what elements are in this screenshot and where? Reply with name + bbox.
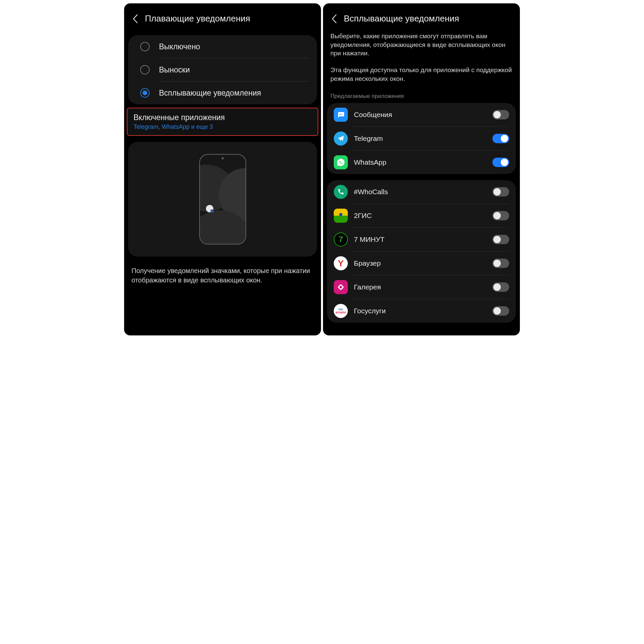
whatsapp-icon (334, 155, 348, 169)
svg-point-7 (338, 286, 340, 288)
suggested-apps-card: Сообщения Telegram WhatsApp (327, 103, 516, 174)
app-row-whocalls[interactable]: #WhoCalls (327, 180, 516, 204)
app-name-label: Госуслуги (354, 307, 486, 315)
app-row-browser[interactable]: Y Браузер (327, 252, 516, 275)
radio-icon-selected (140, 88, 150, 98)
screen-popup-notifications: Всплывающие уведомления Выберите, какие … (323, 3, 520, 335)
radio-option-off[interactable]: Выключено (128, 35, 317, 58)
header: Всплывающие уведомления (323, 3, 520, 32)
radio-icon (140, 65, 150, 74)
radio-label: Выключено (159, 42, 200, 51)
toggle-switch[interactable] (492, 306, 509, 316)
yandex-browser-icon: Y (334, 256, 348, 270)
svg-point-4 (339, 213, 342, 216)
svg-point-9 (339, 285, 340, 286)
radio-icon (140, 42, 150, 51)
info-paragraph-2: Эта функция доступна только для приложен… (323, 61, 520, 86)
enabled-apps-subtitle: Telegram, WhatsApp и еще 3 (133, 123, 312, 130)
telegram-icon (334, 131, 348, 146)
radio-label: Выноски (159, 65, 190, 74)
back-icon[interactable] (330, 15, 338, 22)
toggle-switch[interactable] (492, 282, 509, 292)
gosuslugi-icon: госуслуги (334, 304, 348, 318)
description-text: Получение уведомлений значками, которые … (124, 263, 321, 288)
info-paragraph-1: Выберите, какие приложения смогут отправ… (323, 32, 520, 61)
svg-point-5 (340, 284, 342, 286)
app-row-whatsapp[interactable]: WhatsApp (327, 151, 516, 174)
radio-label: Всплывающие уведомления (159, 89, 261, 98)
app-row-7min[interactable]: 7 7 МИНУТ (327, 228, 516, 251)
svg-point-8 (342, 286, 344, 288)
preview-card (128, 142, 317, 257)
enabled-apps-row[interactable]: Включенные приложения Telegram, WhatsApp… (127, 108, 318, 136)
page-title: Всплывающие уведомления (344, 13, 459, 24)
svg-point-10 (341, 285, 343, 286)
toggle-switch[interactable] (492, 187, 509, 197)
svg-point-12 (341, 288, 343, 289)
toggle-switch[interactable] (492, 110, 509, 119)
svg-point-1 (340, 114, 341, 115)
radio-option-bubbles[interactable]: Выноски (128, 58, 317, 81)
back-icon[interactable] (131, 15, 139, 22)
toggle-switch[interactable] (492, 211, 509, 220)
app-row-gallery[interactable]: Галерея (327, 275, 516, 299)
app-row-messages[interactable]: Сообщения (327, 103, 516, 126)
svg-point-6 (340, 288, 342, 290)
toggle-switch[interactable] (492, 134, 509, 143)
toggle-switch[interactable] (492, 158, 509, 167)
svg-point-11 (339, 288, 340, 289)
app-row-telegram[interactable]: Telegram (327, 127, 516, 150)
app-name-label: WhatsApp (354, 158, 486, 166)
app-row-2gis[interactable]: 2ГИС (327, 204, 516, 227)
app-name-label: Сообщения (354, 111, 486, 119)
suggested-apps-label: Предлагаемые приложения (323, 86, 520, 103)
2gis-icon (334, 209, 348, 223)
header: Плавающие уведомления (124, 3, 321, 32)
svg-point-2 (341, 114, 342, 115)
all-apps-card: #WhoCalls 2ГИС 7 7 МИНУТ Y Браузер (327, 180, 516, 323)
screen-floating-notifications: Плавающие уведомления Выключено Выноски … (124, 3, 321, 335)
app-name-label: 7 МИНУТ (354, 235, 486, 244)
svg-point-0 (339, 114, 340, 115)
app-name-label: Галерея (354, 283, 486, 291)
messages-icon (334, 108, 348, 122)
app-name-label: Telegram (354, 135, 486, 143)
radio-group-card: Выключено Выноски Всплывающие уведомлени… (128, 35, 317, 104)
page-title: Плавающие уведомления (145, 13, 250, 24)
notification-bubble-icon (206, 205, 213, 212)
app-row-gosuslugi[interactable]: госуслуги Госуслуги (327, 299, 516, 323)
toggle-switch[interactable] (492, 259, 509, 268)
app-name-label: Браузер (354, 259, 486, 267)
enabled-apps-title: Включенные приложения (133, 113, 312, 122)
phone-preview-icon (199, 154, 246, 245)
7min-icon: 7 (334, 232, 348, 247)
app-name-label: 2ГИС (354, 212, 486, 220)
toggle-switch[interactable] (492, 235, 509, 244)
app-name-label: #WhoCalls (354, 188, 486, 196)
radio-option-popup[interactable]: Всплывающие уведомления (128, 82, 317, 104)
whocalls-icon (334, 185, 348, 199)
gallery-icon (334, 280, 348, 294)
